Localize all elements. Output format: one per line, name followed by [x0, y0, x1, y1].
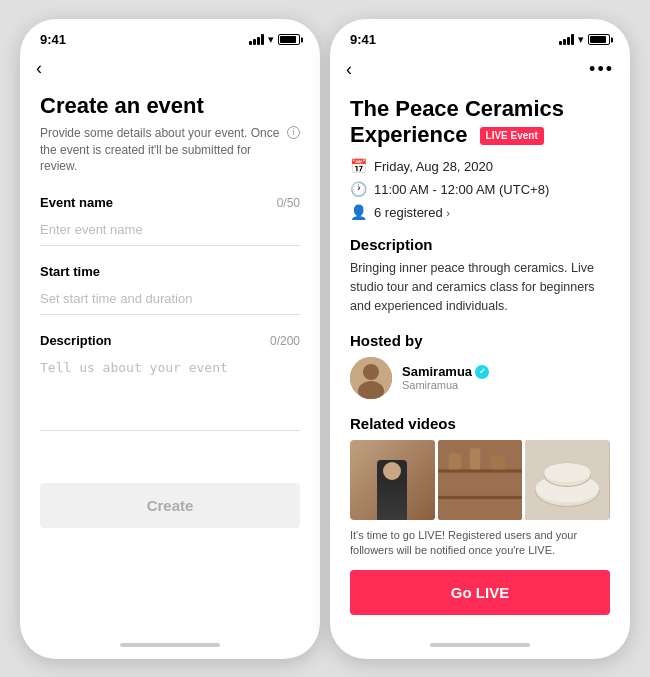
wifi-icon: ▾ — [268, 33, 274, 46]
page-title-left: Create an event — [40, 93, 300, 119]
related-videos — [350, 440, 610, 520]
event-name-label: Event name — [40, 195, 113, 210]
calendar-icon: 📅 — [350, 158, 366, 174]
home-indicator-right — [330, 631, 630, 659]
event-date: Friday, Aug 28, 2020 — [374, 159, 493, 174]
shelf-svg — [438, 440, 523, 520]
status-icons-left: ▾ — [249, 33, 300, 46]
nav-bar-left: ‹ — [20, 55, 320, 85]
event-meta: 📅 Friday, Aug 28, 2020 🕐 11:00 AM - 12:0… — [350, 158, 610, 220]
svg-rect-6 — [448, 453, 461, 469]
more-options-button[interactable]: ••• — [589, 59, 614, 80]
description-counter: 0/200 — [270, 334, 300, 348]
create-event-screen: Create an event Provide some details abo… — [20, 85, 320, 631]
registered-row[interactable]: 👤 6 registered › — [350, 204, 610, 220]
signal-icon — [249, 34, 264, 45]
status-time-right: 9:41 — [350, 32, 376, 47]
host-name: Samiramua ✓ — [402, 364, 489, 379]
video-thumb-3[interactable] — [525, 440, 610, 520]
home-indicator-left — [20, 631, 320, 659]
live-badge: LIVE Event — [480, 127, 544, 145]
event-name-field: Event name 0/50 — [40, 195, 300, 246]
host-handle: Samiramua — [402, 379, 489, 391]
event-time: 11:00 AM - 12:00 AM (UTC+8) — [374, 182, 549, 197]
back-button-left[interactable]: ‹ — [36, 59, 42, 77]
date-row: 📅 Friday, Aug 28, 2020 — [350, 158, 610, 174]
chevron-right-icon: › — [446, 207, 450, 219]
page-subtitle: Provide some details about your event. O… — [40, 125, 300, 175]
description-field: Description 0/200 — [40, 333, 300, 435]
clock-icon: 🕐 — [350, 181, 366, 197]
go-live-notice: It's time to go LIVE! Registered users a… — [350, 528, 610, 559]
svg-point-13 — [544, 463, 591, 482]
go-live-button[interactable]: Go LIVE — [350, 570, 610, 615]
event-name-input[interactable] — [40, 216, 300, 246]
person-icon: 👤 — [350, 204, 366, 220]
start-time-input[interactable] — [40, 285, 300, 315]
svg-rect-8 — [491, 455, 506, 469]
hosted-by-title: Hosted by — [350, 332, 610, 349]
create-button[interactable]: Create — [40, 483, 300, 528]
wifi-icon-right: ▾ — [578, 33, 584, 46]
host-row[interactable]: Samiramua ✓ Samiramua — [350, 357, 610, 399]
status-bar-right: 9:41 ▾ — [330, 19, 630, 55]
avatar-svg — [350, 357, 392, 399]
description-input[interactable] — [40, 354, 300, 431]
status-time-left: 9:41 — [40, 32, 66, 47]
start-time-label: Start time — [40, 264, 100, 279]
battery-icon-right — [588, 34, 610, 45]
related-videos-title: Related videos — [350, 415, 610, 432]
description-label: Description — [40, 333, 112, 348]
battery-icon — [278, 34, 300, 45]
left-phone: 9:41 ▾ ‹ Create an event — [20, 19, 320, 659]
status-icons-right: ▾ — [559, 33, 610, 46]
registered-count[interactable]: 6 registered › — [374, 205, 450, 220]
right-phone: 9:41 ▾ ‹ ••• The Pe — [330, 19, 630, 659]
nav-bar-right: ‹ ••• — [330, 55, 630, 88]
description-section-title: Description — [350, 236, 610, 253]
back-button-right[interactable]: ‹ — [346, 60, 352, 78]
event-description-text: Bringing inner peace through ceramics. L… — [350, 259, 610, 315]
video-thumb-1[interactable] — [350, 440, 435, 520]
avatar — [350, 357, 392, 399]
event-detail-screen: The Peace Ceramics Experience LIVE Event… — [330, 88, 630, 631]
verified-icon: ✓ — [475, 365, 489, 379]
info-icon[interactable]: i — [287, 126, 300, 139]
event-name-counter: 0/50 — [277, 196, 300, 210]
svg-rect-5 — [438, 495, 523, 498]
svg-point-1 — [363, 364, 379, 380]
video-thumb-2[interactable] — [438, 440, 523, 520]
time-row: 🕐 11:00 AM - 12:00 AM (UTC+8) — [350, 181, 610, 197]
host-info: Samiramua ✓ Samiramua — [402, 364, 489, 391]
status-bar-left: 9:41 ▾ — [20, 19, 320, 55]
signal-icon-right — [559, 34, 574, 45]
start-time-field: Start time — [40, 264, 300, 315]
event-title: The Peace Ceramics Experience LIVE Event — [350, 96, 610, 149]
bowls-svg — [525, 440, 610, 520]
svg-rect-4 — [438, 469, 523, 472]
svg-rect-7 — [469, 448, 480, 469]
